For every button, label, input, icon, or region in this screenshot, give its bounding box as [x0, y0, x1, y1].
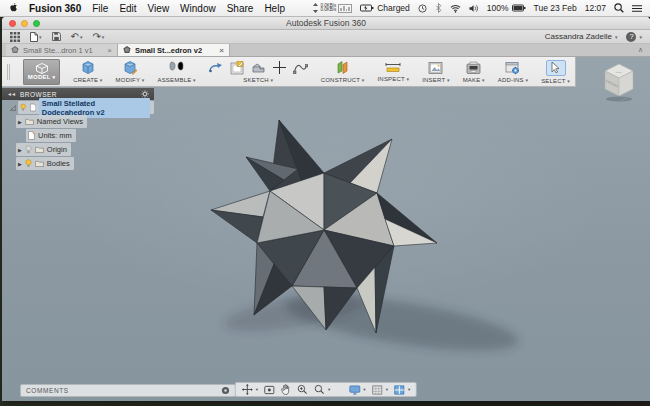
toolbar-drag-handle[interactable] — [7, 64, 10, 80]
tab-close-icon[interactable]: × — [107, 46, 112, 55]
folder-icon — [25, 118, 34, 125]
browser-row-origin[interactable]: ▶ Origin — [16, 143, 154, 156]
redo-button[interactable]: ↷▾ — [92, 32, 104, 42]
volume-icon[interactable] — [469, 4, 479, 13]
battery-charged-item[interactable]: Charged — [360, 3, 410, 13]
sketch-pad-icon — [230, 61, 244, 75]
display-dropdown-caret[interactable]: ▾ — [363, 387, 365, 392]
menubar-time[interactable]: 12:07 — [585, 3, 606, 13]
orbit-dropdown-caret[interactable]: ▾ — [256, 387, 258, 392]
user-name: Cassandra Zadelle — [545, 32, 612, 41]
ribbon-group-addins[interactable]: ADD-INS — [498, 61, 528, 83]
notification-center-icon[interactable] — [632, 4, 642, 13]
visibility-bulb-icon[interactable] — [20, 103, 26, 112]
zoom-dropdown-caret[interactable]: ▾ — [328, 387, 330, 392]
visibility-bulb-icon[interactable] — [25, 145, 32, 154]
browser-title: BROWSER — [20, 91, 57, 98]
viewcube-top-label: TOP — [616, 70, 623, 73]
workspace-label: MODEL — [28, 74, 56, 80]
zoom-icon[interactable] — [297, 384, 308, 395]
folder-icon — [35, 160, 44, 167]
display-settings-icon[interactable] — [348, 385, 360, 395]
collapse-panel-icon[interactable]: ∧ — [638, 46, 643, 54]
menu-view[interactable]: View — [148, 3, 170, 14]
apple-icon[interactable] — [8, 2, 18, 15]
battery-percent-item[interactable]: 100% — [487, 3, 526, 13]
sketch-marker-icon — [10, 105, 16, 111]
menubar-date[interactable]: Tue 23 Feb — [534, 3, 577, 13]
construct-planes-icon — [336, 60, 350, 75]
look-at-icon[interactable] — [264, 385, 275, 395]
macos-menubar: Fusion 360 File Edit View Window Share H… — [0, 0, 650, 17]
comments-bar[interactable]: COMMENTS — [20, 384, 236, 397]
collapse-browser-icon[interactable]: ◄◄ — [7, 91, 15, 97]
tree-item-label: Origin — [47, 145, 67, 154]
menu-share[interactable]: Share — [227, 3, 254, 14]
browser-root-row[interactable]: Small Stellated Dodecahedron v2 — [6, 101, 154, 114]
sketch-curve-icon — [209, 61, 223, 74]
ribbon-group-modify[interactable]: MODIFY — [116, 60, 145, 83]
menu-window[interactable]: Window — [180, 3, 216, 14]
layout-grid-icon[interactable] — [372, 385, 383, 395]
ribbon-group-assemble[interactable]: ASSEMBLE — [157, 60, 195, 83]
grid-dropdown-caret[interactable]: ▾ — [386, 387, 388, 392]
save-icon[interactable] — [52, 32, 61, 41]
pan-hand-icon[interactable] — [281, 384, 291, 395]
ribbon-group-select[interactable]: SELECT — [541, 60, 570, 84]
clock-icon[interactable] — [418, 4, 427, 13]
browser-row-bodies[interactable]: ▶ Bodies — [16, 157, 154, 170]
minimize-window-button[interactable] — [21, 20, 28, 27]
expand-icon[interactable]: ▶ — [18, 119, 22, 125]
modify-box-icon — [123, 60, 137, 75]
ribbon-group-make[interactable]: MAKE — [463, 61, 485, 83]
expand-icon[interactable]: ▶ — [18, 161, 22, 167]
help-icon: ? — [626, 32, 636, 42]
tab-close-icon[interactable]: × — [219, 46, 224, 55]
menu-edit[interactable]: Edit — [119, 3, 136, 14]
ribbon-group-construct[interactable]: CONSTRUCT — [321, 60, 365, 83]
tab-document-1[interactable]: Small Ste...dron 1 v1 × — [6, 44, 118, 56]
apps-grid-icon[interactable] — [10, 32, 20, 42]
gear-icon[interactable] — [141, 90, 149, 98]
undo-button[interactable]: ↶▾ — [71, 32, 83, 42]
browser-row-units[interactable]: Units: mm — [26, 129, 154, 142]
battery-status-label: Charged — [377, 3, 410, 13]
sketch-spline-icon — [293, 62, 308, 74]
user-menu[interactable]: Cassandra Zadelle ▾ — [545, 32, 618, 41]
new-design-button[interactable]: ▾ — [30, 32, 42, 42]
wifi-icon[interactable] — [450, 4, 461, 13]
menu-app-name[interactable]: Fusion 360 — [29, 3, 81, 14]
updown-arrows-icon — [313, 3, 318, 13]
spotlight-icon[interactable] — [614, 3, 624, 13]
menu-help[interactable]: Help — [264, 3, 285, 14]
ribbon-group-insert[interactable]: INSERT — [422, 61, 449, 83]
net-sparkline-icon — [338, 4, 352, 13]
battery-percent-label: 100% — [487, 3, 509, 13]
battery-plug-icon — [360, 4, 374, 12]
ribbon-group-sketch[interactable]: SKETCH — [209, 61, 308, 83]
viewports-icon[interactable] — [394, 385, 405, 395]
comments-label: COMMENTS — [26, 387, 69, 394]
navigation-toolbar: ▾ ▾ ▾ ▾ ▾ — [235, 382, 417, 397]
close-window-button[interactable] — [9, 20, 16, 27]
menu-file[interactable]: File — [92, 3, 108, 14]
bluetooth-icon[interactable] — [435, 3, 442, 13]
fit-view-icon[interactable] — [314, 384, 325, 395]
component-doc-icon — [30, 103, 36, 112]
view-cube[interactable]: FRONT RIGHT TOP — [596, 59, 642, 105]
ribbon-group-create[interactable]: CREATE — [73, 60, 102, 83]
comment-indicator-icon[interactable] — [221, 386, 230, 395]
orbit-icon[interactable] — [242, 384, 253, 395]
workspace-selector-model[interactable]: MODEL — [23, 59, 60, 85]
ribbon-group-inspect[interactable]: INSPECT — [378, 61, 410, 82]
viewports-dropdown-caret[interactable]: ▾ — [408, 387, 410, 392]
viewport-canvas[interactable]: MODEL CREATE MODIFY ASSEMBLE — [2, 57, 650, 401]
visibility-bulb-icon[interactable] — [25, 159, 32, 168]
window-titlebar[interactable]: Autodesk Fusion 360 — [2, 17, 650, 30]
zoom-window-button[interactable] — [33, 20, 40, 27]
expand-icon[interactable]: ▶ — [18, 147, 22, 153]
help-menu[interactable]: ? ▾ — [626, 32, 642, 42]
fusion-doc-icon — [123, 46, 131, 54]
tab-document-2[interactable]: Small St...edron v2 × — [118, 44, 230, 56]
network-meter[interactable]: 0.0KB/s 0.0KB/s — [313, 3, 352, 13]
